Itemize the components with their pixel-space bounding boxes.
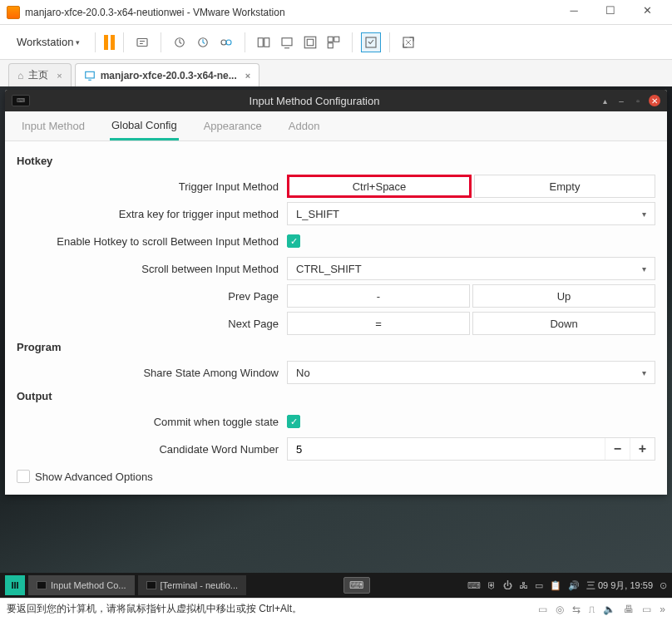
cd-icon[interactable]: ◎ <box>556 604 564 615</box>
label-share-state: Share State Among Window <box>17 367 287 379</box>
onscreen-keyboard-icon[interactable]: ⌨ <box>343 577 370 594</box>
spinner-minus-button[interactable]: − <box>605 438 630 460</box>
display-icon[interactable]: ▭ <box>642 604 651 615</box>
network-icon[interactable]: ⇆ <box>572 604 581 615</box>
show-advanced-label: Show Advanced Options <box>35 471 153 483</box>
tab-appearance[interactable]: Appearance <box>202 113 264 139</box>
maximize-button[interactable]: ☐ <box>592 4 629 21</box>
tray-power-icon[interactable]: ⏻ <box>503 580 512 590</box>
tray-volume-icon[interactable]: 🔊 <box>568 580 580 591</box>
candidate-number-value[interactable]: 5 <box>288 443 605 456</box>
taskbar-item[interactable]: Input Method Co... <box>28 575 135 595</box>
minimize-button[interactable]: ─ <box>556 4 592 21</box>
tray-clipboard-icon[interactable]: 📋 <box>550 580 561 591</box>
xfce-taskbar: III Input Method Co... [Terminal - neuti… <box>0 573 672 598</box>
close-tab-icon[interactable]: × <box>57 71 62 81</box>
section-output: Output <box>17 390 655 402</box>
enter-fullscreen-icon[interactable] <box>361 32 381 52</box>
home-icon: ⌂ <box>17 70 23 81</box>
taskbar-item[interactable]: [Terminal - neutio... <box>138 575 247 595</box>
close-button[interactable]: ✕ <box>629 4 665 21</box>
share-state-dropdown[interactable]: No <box>287 361 655 384</box>
show-advanced-checkbox[interactable] <box>17 470 30 483</box>
extra-key-dropdown[interactable]: L_SHIFT <box>287 202 655 225</box>
view-console-icon[interactable] <box>277 32 297 52</box>
svg-rect-6 <box>264 37 269 47</box>
svg-rect-8 <box>305 37 317 48</box>
view-unity-icon[interactable] <box>300 32 320 52</box>
svg-rect-12 <box>329 42 334 47</box>
sound-icon[interactable]: 🔈 <box>603 604 615 615</box>
revert-snapshot-icon[interactable] <box>193 32 213 52</box>
tab-input-method[interactable]: Input Method <box>20 113 86 139</box>
svg-rect-15 <box>85 71 94 78</box>
scroll-between-dropdown[interactable]: CTRL_SHIFT <box>287 257 655 280</box>
shade-button[interactable]: ▴ <box>599 95 610 106</box>
keyboard-icon: ⌨ <box>12 95 30 106</box>
clock[interactable]: 三 09 9月, 19:59 <box>586 579 653 592</box>
vmware-logo-icon <box>7 6 20 19</box>
minimize-dialog-button[interactable]: – <box>615 95 627 106</box>
guest-display[interactable]: ⌨ Input Method Configuration ▴ – ▫ ✕ Inp… <box>0 86 672 598</box>
taskbar-item-label: Input Method Co... <box>51 580 126 590</box>
tray-keyboard-icon[interactable]: ⌨ <box>467 580 481 591</box>
prev-page-key-2[interactable]: Up <box>472 284 655 308</box>
commit-toggle-checkbox[interactable] <box>287 415 300 428</box>
vmware-tabstrip: ⌂ 主页 × manjaro-xfce-20.0.3-x64-ne... × <box>0 60 672 86</box>
next-page-key-1[interactable]: = <box>287 312 470 335</box>
svg-rect-5 <box>259 37 264 47</box>
label-enable-scroll: Enable Hotkey to scroll Between Input Me… <box>17 235 287 248</box>
trigger-hotkey-2[interactable]: Empty <box>474 175 655 198</box>
home-tab[interactable]: ⌂ 主页 × <box>8 63 72 86</box>
tray-user-icon[interactable]: ⊙ <box>660 580 667 591</box>
close-dialog-button[interactable]: ✕ <box>649 95 660 106</box>
snapshot-icon[interactable] <box>170 32 190 52</box>
spinner-plus-button[interactable]: + <box>630 438 655 460</box>
dialog-title: Input Method Configuration <box>30 95 599 107</box>
svg-point-4 <box>226 40 231 45</box>
tray-network-icon[interactable]: 🖧 <box>519 580 528 590</box>
tray-updates-icon[interactable]: ⛨ <box>487 580 497 590</box>
dialog-body: Hotkey Trigger Input Method Ctrl+Space E… <box>5 141 667 495</box>
prev-page-key-1[interactable]: - <box>287 284 470 308</box>
workstation-menu[interactable]: Workstation <box>10 32 86 52</box>
terminal-icon <box>146 581 156 589</box>
send-ctrl-alt-del-icon[interactable] <box>132 32 152 52</box>
dialog-titlebar[interactable]: ⌨ Input Method Configuration ▴ – ▫ ✕ <box>5 90 667 111</box>
vmware-toolbar: Workstation <box>0 25 672 60</box>
label-scroll-between: Scroll between Input Method <box>17 263 287 275</box>
vm-tab[interactable]: manjaro-xfce-20.0.3-x64-ne... × <box>75 63 260 86</box>
hint-text: 要返回到您的计算机，请将鼠标指针从虚拟机中移出或按 Ctrl+Alt。 <box>7 602 302 616</box>
usb-icon[interactable]: ⎍ <box>589 604 595 615</box>
maximize-dialog-button[interactable]: ▫ <box>632 95 644 106</box>
tab-addon[interactable]: Addon <box>287 113 322 139</box>
tab-global-config[interactable]: Global Config <box>110 112 179 140</box>
tray-notifications-icon[interactable]: ▭ <box>535 580 543 591</box>
enable-scroll-checkbox[interactable] <box>287 234 300 248</box>
trigger-hotkey-1[interactable]: Ctrl+Space <box>287 175 472 198</box>
view-single-icon[interactable] <box>254 32 274 52</box>
label-next-page: Next Page <box>17 318 287 330</box>
device-icons: ▭ ◎ ⇆ ⎍ 🔈 🖶 ▭ » <box>538 604 665 615</box>
stretch-guest-icon[interactable] <box>398 32 418 52</box>
section-program: Program <box>17 341 655 353</box>
manage-snapshot-icon[interactable] <box>216 32 236 52</box>
monitor-icon <box>84 70 96 81</box>
home-tab-label: 主页 <box>28 68 48 82</box>
view-thumbnail-icon[interactable] <box>324 32 343 52</box>
label-prev-page: Prev Page <box>17 290 287 303</box>
system-tray: ⌨ ⛨ ⏻ 🖧 ▭ 📋 🔊 三 09 9月, 19:59 ⊙ <box>467 579 667 592</box>
label-candidate-number: Candidate Word Number <box>17 443 287 456</box>
svg-rect-7 <box>282 37 292 45</box>
taskbar-item-label: [Terminal - neutio... <box>161 580 239 590</box>
hdd-icon[interactable]: ▭ <box>538 604 547 615</box>
candidate-number-spinner[interactable]: 5 − + <box>287 437 655 461</box>
pause-icon[interactable] <box>104 35 115 50</box>
svg-rect-9 <box>308 39 314 46</box>
close-tab-icon[interactable]: × <box>245 71 250 81</box>
svg-rect-0 <box>137 38 147 46</box>
next-page-key-2[interactable]: Down <box>472 312 655 335</box>
printer-icon[interactable]: 🖶 <box>624 604 634 615</box>
manjaro-menu-icon[interactable]: III <box>5 575 25 595</box>
chevron-icon[interactable]: » <box>660 604 665 615</box>
